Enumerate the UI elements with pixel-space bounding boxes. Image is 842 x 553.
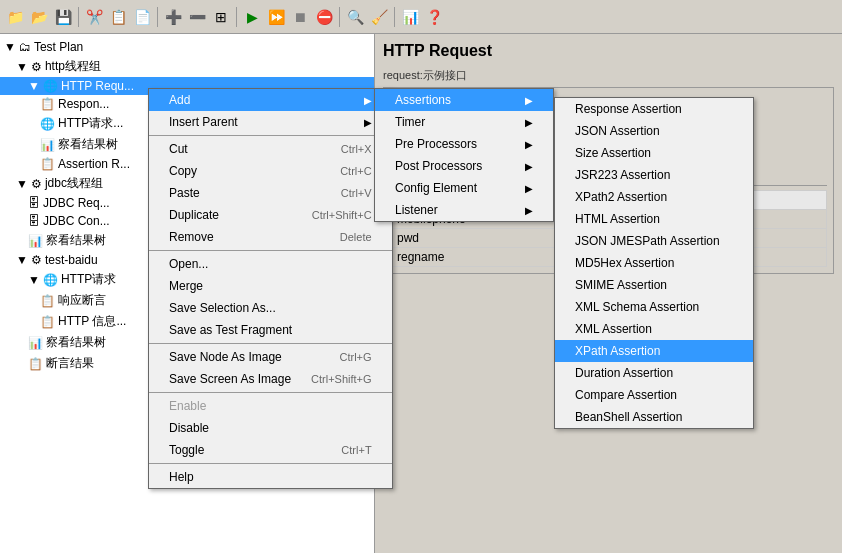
tree-label: Assertion R... [58,157,130,171]
menu-item-save-screen-image[interactable]: Save Screen As Image Ctrl+Shift+G [149,368,392,390]
add-submenu-assertions[interactable]: Assertions ▶ [375,89,553,111]
add-submenu-post-label: Post Processors [395,159,482,173]
menu-item-duplicate-label: Duplicate [169,208,219,222]
tree-label: JDBC Req... [43,196,110,210]
assertions-xml-schema[interactable]: XML Schema Assertion [555,296,753,318]
assertions-compare-label: Compare Assertion [575,388,677,402]
menu-item-paste[interactable]: Paste Ctrl+V [149,182,392,204]
add-submenu-post-processors[interactable]: Post Processors ▶ [375,155,553,177]
menu-shortcut-copy: Ctrl+C [340,165,371,177]
search-button[interactable]: 🔍 [344,6,366,28]
tree-icon: 📊 [40,138,55,152]
assertions-smime[interactable]: SMIME Assertion [555,274,753,296]
assertions-xpath[interactable]: XPath Assertion [555,340,753,362]
menu-shortcut-cut: Ctrl+X [341,143,372,155]
tree-icon: 📋 [40,294,55,308]
menu-item-cut[interactable]: Cut Ctrl+X [149,138,392,160]
paste-button[interactable]: 📄 [131,6,153,28]
assertions-html[interactable]: HTML Assertion [555,208,753,230]
assertions-jsr223-label: JSR223 Assertion [575,168,670,182]
menu-shortcut-toggle: Ctrl+T [341,444,371,456]
copy-button[interactable]: 📋 [107,6,129,28]
menu-sep-1 [149,135,392,136]
add-button[interactable]: ➕ [162,6,184,28]
assertions-compare[interactable]: Compare Assertion [555,384,753,406]
menu-shortcut-remove: Delete [340,231,372,243]
save-button[interactable]: 💾 [52,6,74,28]
assertions-json-jmespath-label: JSON JMESPath Assertion [575,234,720,248]
collapse-icon: ▼ [16,177,28,191]
menu-item-insert-parent[interactable]: Insert Parent ▶ [149,111,392,133]
menu-item-merge[interactable]: Merge [149,275,392,297]
menu-item-duplicate[interactable]: Duplicate Ctrl+Shift+C [149,204,392,226]
assertions-xpath2[interactable]: XPath2 Assertion [555,186,753,208]
assertions-md5hex[interactable]: MD5Hex Assertion [555,252,753,274]
new-button[interactable]: 📁 [4,6,26,28]
add-submenu-config-arrow: ▶ [525,183,533,194]
menu-item-save-screen-image-label: Save Screen As Image [169,372,291,386]
add-submenu-listener[interactable]: Listener ▶ [375,199,553,221]
tree-label: 断言结果 [46,355,94,372]
assertions-size[interactable]: Size Assertion [555,142,753,164]
add-submenu: Assertions ▶ Timer ▶ Pre Processors ▶ Po… [374,88,554,222]
add-submenu-pre-processors[interactable]: Pre Processors ▶ [375,133,553,155]
menu-item-remove-label: Remove [169,230,214,244]
collapse-icon: ▼ [16,253,28,267]
add-submenu-config-element[interactable]: Config Element ▶ [375,177,553,199]
menu-item-open[interactable]: Open... [149,253,392,275]
tree-item-test-plan[interactable]: ▼ 🗂 Test Plan [0,38,374,56]
help-button[interactable]: ❓ [423,6,445,28]
assertions-jsr223[interactable]: JSR223 Assertion [555,164,753,186]
menu-item-save-fragment[interactable]: Save as Test Fragment [149,319,392,341]
menu-item-add[interactable]: Add ▶ [149,89,392,111]
menu-item-disable[interactable]: Disable [149,417,392,439]
tree-icon: 📋 [40,157,55,171]
stop-button[interactable]: ⏹ [289,6,311,28]
tree-icon: 🗄 [28,214,40,228]
menu-item-help[interactable]: Help [149,466,392,488]
toolbar-sep-4 [339,7,340,27]
menu-item-remove[interactable]: Remove Delete [149,226,392,248]
menu-item-toggle[interactable]: Toggle Ctrl+T [149,439,392,461]
expand-button[interactable]: ⊞ [210,6,232,28]
assertions-duration[interactable]: Duration Assertion [555,362,753,384]
run-no-pause-button[interactable]: ⏩ [265,6,287,28]
add-submenu-listener-arrow: ▶ [525,205,533,216]
menu-shortcut-save-screen: Ctrl+Shift+G [311,373,372,385]
menu-item-save-fragment-label: Save as Test Fragment [169,323,292,337]
add-submenu-pre-label: Pre Processors [395,137,477,151]
tree-item-thread-group-1[interactable]: ▼ ⚙ http线程组 [0,56,374,77]
tree-label: HTTP请求 [61,271,116,288]
log-button[interactable]: 📊 [399,6,421,28]
assertions-xml[interactable]: XML Assertion [555,318,753,340]
assertions-beanshell[interactable]: BeanShell Assertion [555,406,753,428]
menu-item-open-label: Open... [169,257,208,271]
tree-label: test-baidu [45,253,98,267]
remove-button[interactable]: ➖ [186,6,208,28]
add-submenu-assertions-arrow: ▶ [525,95,533,106]
add-submenu-pre-arrow: ▶ [525,139,533,150]
open-button[interactable]: 📂 [28,6,50,28]
assertions-xml-label: XML Assertion [575,322,652,336]
assertions-json[interactable]: JSON Assertion [555,120,753,142]
clear-button[interactable]: 🧹 [368,6,390,28]
add-submenu-timer[interactable]: Timer ▶ [375,111,553,133]
menu-arrow-add: ▶ [364,95,372,106]
add-submenu-listener-label: Listener [395,203,438,217]
menu-item-save-selection[interactable]: Save Selection As... [149,297,392,319]
menu-item-copy[interactable]: Copy Ctrl+C [149,160,392,182]
menu-sep-2 [149,250,392,251]
tree-label: Test Plan [34,40,83,54]
assertions-html-label: HTML Assertion [575,212,660,226]
assertions-json-jmespath[interactable]: JSON JMESPath Assertion [555,230,753,252]
menu-shortcut-paste: Ctrl+V [341,187,372,199]
stop-now-button[interactable]: ⛔ [313,6,335,28]
context-menu: Add ▶ Insert Parent ▶ Cut Ctrl+X Copy Ct… [148,88,393,489]
run-button[interactable]: ▶ [241,6,263,28]
tree-label: Respon... [58,97,109,111]
cut-button[interactable]: ✂️ [83,6,105,28]
tree-label: http线程组 [45,58,101,75]
menu-item-save-node-image[interactable]: Save Node As Image Ctrl+G [149,346,392,368]
tree-label: 响应断言 [58,292,106,309]
assertions-response[interactable]: Response Assertion [555,98,753,120]
